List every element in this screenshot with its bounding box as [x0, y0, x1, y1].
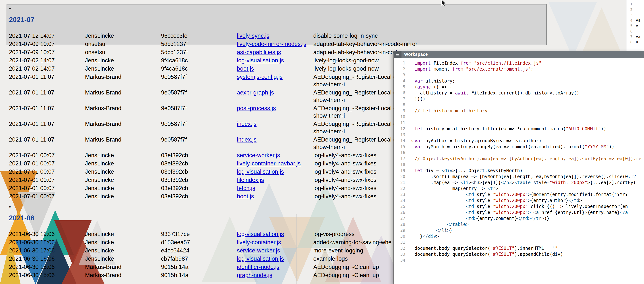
commit-file-link[interactable]: ast-capabilities.js — [237, 49, 281, 55]
code-line: 8 — [394, 102, 644, 108]
code-text: // let history = allhistory — [410, 108, 644, 114]
table-row: 2021-06-30 16:06JensLinckecb7fab987log-v… — [9, 255, 452, 263]
commit-file-link[interactable]: boot.js — [237, 193, 254, 200]
line-number: 18 — [394, 162, 410, 168]
commit-file-link[interactable]: systemjs-config.js — [237, 74, 283, 80]
line-number: 5 — [626, 23, 634, 28]
commit-file-cell: fetch.js — [237, 185, 313, 192]
code-line: 3 — [626, 12, 644, 18]
commit-author-cell: JensLincke — [85, 255, 161, 263]
commit-file-link[interactable]: identifier-node.js — [237, 264, 279, 270]
code-text: <td style="width:200px">{moment(entry.mo… — [410, 192, 644, 198]
commit-file-link[interactable]: fetch.js — [237, 185, 255, 191]
commit-hash-cell[interactable]: 03ef392cb — [161, 160, 237, 167]
line-number: 29 — [394, 227, 410, 233]
commit-file-link[interactable]: service-worker.js — [237, 152, 280, 159]
commit-file-link[interactable]: fileindex.js — [237, 177, 264, 183]
commit-file-cell: boot.js — [237, 193, 313, 200]
table-row: 2021-07-09 10:07onsetsu5dcc1237fast-capa… — [9, 48, 452, 56]
commit-file-cell: index.js — [237, 136, 313, 143]
commit-file-cell: fileindex.js — [237, 176, 313, 184]
commit-hash-cell[interactable]: 5dcc1237f — [161, 48, 237, 56]
commit-date-cell: 2021-07-12 14:07 — [9, 32, 85, 39]
commit-hash-cell[interactable]: 9015bf14a — [161, 272, 237, 279]
commit-hash-cell[interactable]: 03ef392cb — [161, 176, 237, 184]
background-code-editor[interactable]: 1234va5v67va8u — [626, 0, 644, 51]
workspace-code-editor[interactable]: 1import FileIndex from "src/client/filei… — [394, 58, 644, 284]
code-line: 1import FileIndex from "src/client/filei… — [394, 60, 644, 66]
commit-hash-cell[interactable]: 9e0587f7f — [161, 136, 237, 143]
commit-file-link[interactable]: lively-container.js — [237, 239, 281, 246]
commit-hash-cell[interactable]: 03ef392cb — [161, 152, 237, 159]
line-number: 2 — [626, 7, 634, 12]
commit-hash-cell[interactable]: 9337317ce — [161, 230, 237, 238]
commit-file-link[interactable]: lively-sync.js — [237, 32, 270, 39]
code-line: 17// Object.keys(byAuthor).map(ea => [by… — [394, 156, 644, 162]
commit-hash-cell[interactable]: 9e0587f7f — [161, 73, 237, 81]
commit-hash-cell[interactable]: 9e0587f7f — [161, 89, 237, 96]
commit-file-link[interactable]: index.js — [237, 136, 256, 143]
commit-hash-cell[interactable]: 03ef392cb — [161, 185, 237, 192]
commit-file-link[interactable]: lively-code-mirror-modes.js — [237, 41, 306, 47]
commit-author-cell: Markus-Brand — [85, 263, 161, 271]
commit-date-cell: 2021-07-01 11:07 — [9, 89, 85, 96]
line-number: 8 — [394, 102, 410, 108]
commit-hash-cell[interactable]: e4cc64424 — [161, 247, 237, 254]
month-header: 2021-07 — [9, 16, 452, 24]
line-number: 20 — [394, 174, 410, 180]
commit-hash-cell[interactable]: 9f4ca618c — [161, 57, 237, 64]
code-line: 15var byMonth = history.groupBy(ea => mo… — [394, 144, 644, 150]
commit-file-link[interactable]: index.js — [237, 121, 256, 127]
line-number: 3 — [394, 72, 410, 78]
workspace-window-titlebar[interactable]: ☰ Workspace — [394, 51, 644, 58]
commit-file-link[interactable]: post-process.js — [237, 105, 276, 111]
commit-file-link[interactable]: boot.js — [237, 65, 254, 72]
commit-file-link[interactable]: log-visualisation.js — [237, 168, 284, 175]
commit-hash-cell[interactable]: 5dcc1237f — [161, 40, 237, 48]
window-title: Workspace — [404, 52, 428, 57]
code-line: 11 — [394, 120, 644, 126]
commit-hash-cell[interactable]: 96ccec3fe — [161, 32, 237, 39]
commit-date-cell: 2021-07-01 00:07 — [9, 168, 85, 176]
commit-file-link[interactable]: log-visualisation.js — [237, 57, 284, 64]
section-bullet: • — [9, 5, 452, 12]
commit-hash-cell[interactable]: 9e0587f7f — [161, 105, 237, 112]
commit-file-link[interactable]: service-worker.js — [237, 247, 280, 254]
commit-file-link[interactable]: aexpr-graph.js — [237, 89, 274, 96]
code-text: <td style="width:200px">{entry.author}</… — [410, 198, 644, 204]
code-text: u — [634, 39, 644, 45]
hamburger-icon[interactable]: ☰ — [394, 51, 402, 58]
section-bullet: • — [9, 203, 452, 211]
code-line: 21 .map(ea => <li><h3>{ea[1]}</h3><table… — [394, 180, 644, 186]
code-text: let history = allhistory.filter(ea => !e… — [410, 126, 644, 132]
commit-hash-cell[interactable]: 9e0587f7f — [161, 120, 237, 128]
code-line: 3 — [394, 72, 644, 78]
commit-hash-cell[interactable]: 9015bf14a — [161, 263, 237, 271]
code-line: 20 .sort().map(ea => [byMonth[ea].length… — [394, 174, 644, 180]
line-number: 24 — [394, 198, 410, 204]
commit-file-cell: index.js — [237, 120, 313, 128]
commit-hash-cell[interactable]: 9f4ca618c — [161, 65, 237, 72]
commit-hash-cell[interactable]: 03ef392cb — [161, 168, 237, 176]
code-line: 26 <td style="width:200px"> <a href={ent… — [394, 210, 644, 216]
line-number: 13 — [394, 132, 410, 138]
code-line: 28 </table> — [394, 222, 644, 227]
line-number: 4 — [626, 18, 634, 23]
commit-hash-cell[interactable]: d153eea57 — [161, 239, 237, 246]
commit-file-link[interactable]: log-visualisation.js — [237, 256, 284, 262]
line-number: 4 — [394, 78, 410, 84]
table-row: 2021-07-01 11:07Markus-Brand9e0587f7find… — [9, 120, 452, 136]
warning-icon: ⚠ — [410, 138, 413, 144]
code-line: 18 — [394, 162, 644, 168]
commit-file-link[interactable]: log-visualisation.js — [237, 231, 284, 237]
commit-hash-cell[interactable]: cb7fab987 — [161, 255, 237, 263]
line-number: 7 — [394, 96, 410, 102]
commit-hash-cell[interactable]: 03ef392cb — [161, 193, 237, 200]
commit-file-link[interactable]: graph-node.js — [237, 272, 272, 279]
commit-file-cell: log-visualisation.js — [237, 230, 313, 238]
table-row: 2021-06-30 15:06Markus-Brand9015bf14agra… — [9, 271, 452, 279]
commit-file-cell: ast-capabilities.js — [237, 48, 313, 56]
code-text — [634, 7, 644, 12]
commit-author-cell: onsetsu — [85, 48, 161, 56]
commit-file-link[interactable]: lively-container-navbar.js — [237, 160, 300, 167]
